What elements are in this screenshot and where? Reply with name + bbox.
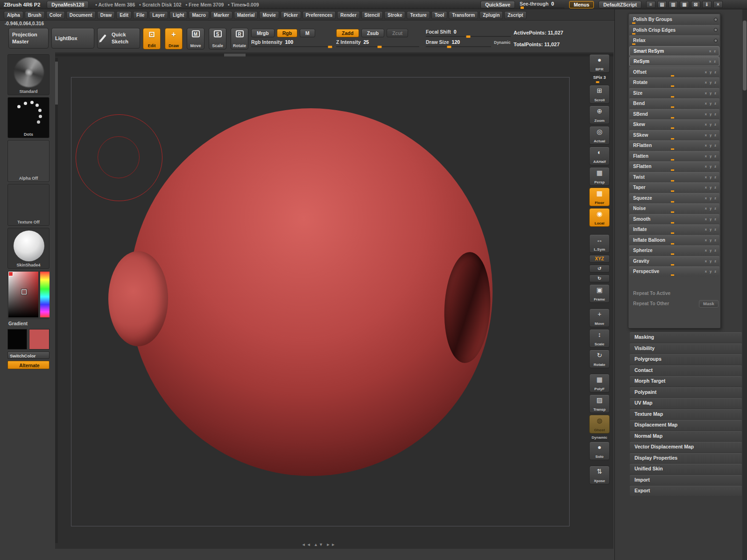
palette-icon[interactable]: ▦ [680, 1, 689, 8]
squeeze-axes[interactable]: x y z [705, 196, 719, 200]
solo-button[interactable]: ●Solo [589, 441, 610, 460]
repeat-to-active-row[interactable]: Repeat To Active [629, 288, 719, 298]
gradient-label[interactable]: Gradient [8, 321, 50, 326]
gravity-axes[interactable]: x y z [705, 259, 719, 263]
focal-shift-slider-track[interactable] [426, 36, 511, 37]
bend-slider[interactable]: Bendx y z [629, 98, 719, 108]
relax-slider[interactable]: Relax [629, 35, 719, 45]
menu-brush[interactable]: Brush [25, 11, 45, 19]
main-color-swatch[interactable] [7, 329, 27, 350]
zsub-button[interactable]: Zsub [361, 29, 384, 37]
floor-button[interactable]: ▦Floor [589, 188, 610, 206]
sbend-axes[interactable]: x y z [705, 112, 719, 116]
polish-crisp-edges-radio[interactable] [714, 28, 718, 32]
menu-tool[interactable]: Tool [431, 11, 447, 19]
menu-document[interactable]: Document [66, 11, 96, 19]
section-import[interactable]: Import [630, 475, 742, 485]
frame-button[interactable]: ▣Frame [589, 284, 610, 303]
z-intensity-slider-thumb[interactable] [377, 46, 381, 48]
polyf-button[interactable]: ▦PolyF [589, 374, 610, 392]
actual-button[interactable]: ◎Actual [589, 126, 610, 145]
scale-mode-button[interactable]: SScale [209, 28, 226, 49]
rotate-canvas-button[interactable]: ↻Rotate [589, 350, 610, 368]
mask-button[interactable]: Mask [699, 300, 719, 308]
perspective-slider[interactable]: Perspectivex y z [629, 266, 719, 276]
section-visibility[interactable]: Visibility [630, 343, 742, 354]
menu-render[interactable]: Render [337, 11, 359, 19]
polish-by-groups-radio[interactable] [714, 18, 718, 21]
draw-mode-button[interactable]: +Draw [165, 28, 183, 49]
focal-shift-slider-thumb[interactable] [466, 35, 471, 38]
tray-scrollbar[interactable] [742, 9, 747, 560]
rotate-ccw-button[interactable]: ↺ [589, 265, 610, 273]
menu-marker[interactable]: Marker [211, 11, 233, 19]
squeeze-slider[interactable]: Squeezex y z [629, 193, 719, 203]
tray-sliders-icon[interactable]: ≡ [646, 1, 655, 8]
document-canvas[interactable]: ◄◄ ▲▼ ►► [55, 52, 613, 549]
menu-edit[interactable]: Edit [116, 11, 132, 19]
menu-movie[interactable]: Movie [259, 11, 279, 19]
perspective-axes[interactable]: x y z [705, 269, 719, 273]
resym-button-axes[interactable]: x z [709, 59, 719, 63]
aahalf-button[interactable]: ◐AAHalf [589, 147, 610, 165]
twist-slider[interactable]: Twistx y z [629, 172, 719, 182]
taper-axes[interactable]: x y z [705, 185, 719, 189]
menu-stencil[interactable]: Stencil [361, 11, 383, 19]
rgb-intensity-slider-thumb[interactable] [328, 46, 332, 48]
zcut-button[interactable]: Zcut [387, 29, 408, 37]
local-button[interactable]: ◉Local [589, 208, 610, 227]
projection-master-button[interactable]: Projection Master [8, 28, 49, 49]
section-normal-map[interactable]: Normal Map [630, 431, 742, 441]
smart-resym-button[interactable]: Smart ReSymx z [629, 46, 719, 56]
twist-axes[interactable]: x y z [705, 175, 719, 179]
dynamesh-sphere-model[interactable] [129, 108, 493, 476]
menu-zplugin[interactable]: Zplugin [479, 11, 503, 19]
canvas-vscroll-thumb[interactable] [55, 62, 58, 105]
bpr-button[interactable]: ●BPR [589, 54, 610, 73]
rotate-cw-button[interactable]: ↻ [589, 274, 610, 282]
doc-paste-icon[interactable]: ▥ [669, 1, 678, 8]
minimize-icon[interactable]: ⇓ [702, 1, 712, 8]
alpha-selector[interactable]: Alpha Off [7, 140, 49, 182]
rotate-slider[interactable]: Rotatex y z [629, 77, 719, 87]
move-mode-button[interactable]: MMove [187, 28, 204, 49]
spix-slider[interactable]: SPix 3 [589, 75, 610, 83]
size-slider[interactable]: Sizex y z [629, 88, 719, 98]
skew-axes[interactable]: x y z [705, 122, 719, 126]
see-through-thumb[interactable] [521, 7, 524, 9]
menu-color[interactable]: Color [46, 11, 65, 19]
rflatten-axes[interactable]: x y z [705, 143, 719, 147]
canvas-vertical-scrollbar[interactable] [55, 58, 58, 543]
draw-size-slider[interactable]: Draw Size120 [426, 39, 491, 47]
focal-shift-slider[interactable]: Focal Shift0 [426, 29, 511, 37]
menu-stroke[interactable]: Stroke [384, 11, 405, 19]
canvas-horizontal-scrollbar[interactable] [55, 54, 613, 56]
z-intensity-slider-track[interactable] [336, 46, 419, 47]
xpose-button[interactable]: ⇅Xpose [589, 466, 610, 484]
rgb-button[interactable]: Rgb [277, 29, 297, 37]
menu-layer[interactable]: Layer [149, 11, 168, 19]
lightbox-button[interactable]: LightBox [51, 28, 94, 49]
see-through-slider[interactable]: See-through 0 [520, 1, 564, 8]
section-display-properties[interactable]: Display Properties [630, 453, 742, 463]
menu-material[interactable]: Material [234, 11, 258, 19]
edit-mode-button[interactable]: ⊡Edit [143, 28, 161, 49]
ghost-button[interactable]: ◍Ghost [589, 415, 610, 434]
resym-button[interactable]: ReSymx z [629, 56, 719, 66]
color-selection-marker[interactable] [21, 289, 27, 294]
texture-selector[interactable]: Texture Off [7, 184, 49, 226]
offset-slider[interactable]: Offsetx y z [629, 67, 719, 77]
rotate-mode-button[interactable]: RRotate [231, 28, 248, 49]
section-uv-map[interactable]: UV Map [630, 398, 742, 408]
sbend-slider[interactable]: SBendx y z [629, 109, 719, 119]
current-brush-selector[interactable]: Standard [7, 54, 49, 95]
inflate-balloon-axes[interactable]: x y z [705, 238, 719, 242]
section-unified-skin[interactable]: Unified Skin [630, 464, 742, 474]
inflate-balloon-slider[interactable]: Inflate Balloonx y z [629, 235, 719, 245]
section-morph-target[interactable]: Morph Target [630, 376, 742, 386]
scroll-button[interactable]: ⊞Scroll [589, 85, 610, 104]
menus-button[interactable]: Menus [569, 1, 594, 8]
persp-button[interactable]: ▦Persp [589, 167, 610, 186]
section-masking[interactable]: Masking [630, 332, 742, 343]
draw-size-slider-track[interactable] [426, 46, 491, 47]
